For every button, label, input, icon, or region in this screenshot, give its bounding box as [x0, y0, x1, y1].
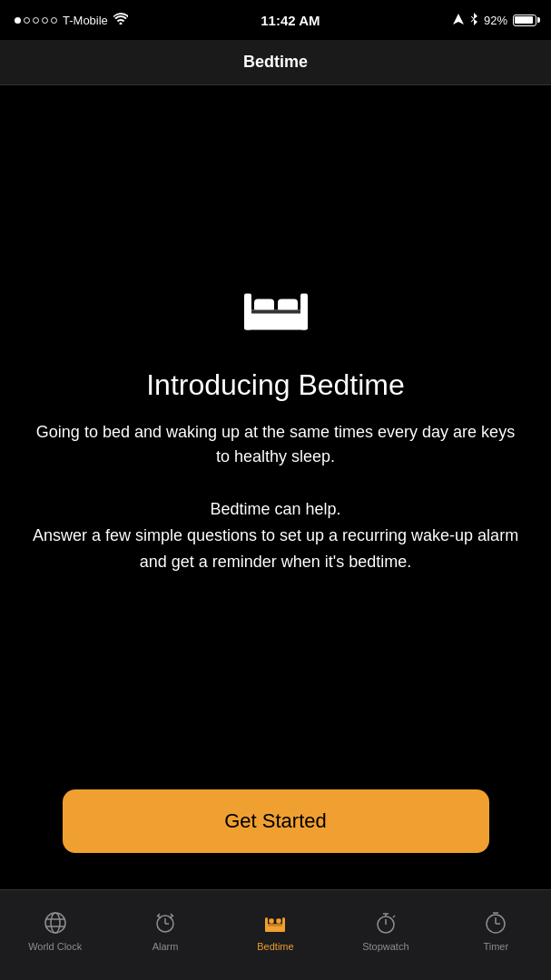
svg-point-6: [45, 913, 65, 933]
tab-label-bedtime: Bedtime: [257, 941, 293, 952]
signal-dot-5: [51, 17, 57, 24]
signal-dots: [15, 17, 57, 24]
battery-fill: [515, 16, 532, 24]
status-time: 11:42 AM: [261, 13, 320, 28]
intro-desc1: Going to bed and waking up at the same t…: [27, 420, 524, 469]
svg-rect-2: [300, 293, 308, 329]
bed-icon: [240, 282, 312, 340]
bluetooth-icon: [469, 13, 478, 28]
signal-dot-2: [24, 17, 30, 24]
tab-label-alarm: Alarm: [153, 941, 179, 952]
main-content: Introducing Bedtime Going to bed and wak…: [0, 85, 551, 771]
svg-rect-1: [244, 293, 251, 329]
svg-rect-21: [276, 918, 281, 924]
button-area: Get Started: [0, 771, 551, 889]
svg-point-7: [51, 913, 60, 933]
tab-bedtime[interactable]: Bedtime: [234, 910, 316, 952]
signal-dot-1: [15, 17, 21, 24]
tab-alarm[interactable]: Alarm: [124, 910, 206, 952]
svg-rect-22: [268, 924, 282, 926]
nav-title: Bedtime: [243, 53, 308, 72]
battery-indicator: [513, 15, 536, 26]
svg-rect-19: [282, 917, 285, 932]
tab-stopwatch[interactable]: Stopwatch: [345, 910, 427, 952]
battery-shell: [513, 15, 536, 26]
wifi-icon: [113, 13, 128, 27]
tab-timer[interactable]: Timer: [455, 910, 536, 952]
status-right: 92%: [453, 13, 536, 28]
svg-rect-4: [278, 299, 298, 311]
tab-world-clock[interactable]: World Clock: [15, 910, 96, 952]
svg-rect-20: [269, 918, 274, 924]
intro-desc2: Bedtime can help. Answer a few simple qu…: [27, 496, 524, 574]
tab-label-timer: Timer: [483, 941, 508, 952]
signal-dot-4: [42, 17, 48, 24]
svg-rect-18: [265, 917, 268, 932]
intro-title: Introducing Bedtime: [146, 368, 405, 402]
tab-label-stopwatch: Stopwatch: [362, 941, 408, 952]
get-started-button[interactable]: Get Started: [63, 789, 489, 853]
status-left: T-Mobile: [15, 13, 128, 27]
svg-rect-3: [254, 299, 274, 311]
svg-rect-5: [251, 309, 300, 313]
status-bar: T-Mobile 11:42 AM 92%: [0, 0, 551, 40]
carrier-name: T-Mobile: [63, 14, 108, 27]
nav-bar: Bedtime: [0, 40, 551, 85]
location-icon: [453, 14, 464, 27]
tab-label-world-clock: World Clock: [28, 941, 82, 952]
svg-line-27: [393, 916, 395, 917]
battery-percent: 92%: [484, 14, 507, 27]
tab-bar: World Clock Alarm: [0, 889, 551, 980]
signal-dot-3: [33, 17, 39, 24]
